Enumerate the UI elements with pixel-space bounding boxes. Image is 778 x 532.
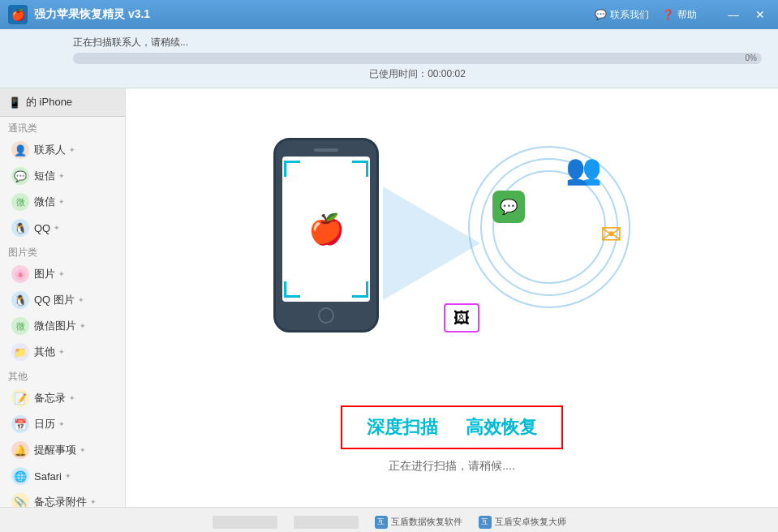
note-icon: 📝	[11, 389, 29, 407]
safari-icon: 🌐	[11, 467, 29, 485]
circle-target: 👥 💬 ✉	[468, 146, 630, 308]
sidebar-item-note[interactable]: 📝 备忘录✦	[0, 385, 125, 411]
wechat-icon: 微	[11, 193, 29, 211]
phone-shape: 🍎	[273, 138, 379, 332]
sidebar: 📱 的 iPhone 通讯类 👤 联系人✦ 💬 短信✦ 微 微信✦ 🐧 QQ✦ …	[0, 88, 126, 507]
wechat-bubble-icon: 💬	[492, 191, 525, 223]
ad-label-2: 互盾安卓恢复大师	[495, 516, 566, 528]
other-icon: 📁	[11, 343, 29, 361]
scan-corner-br	[352, 281, 368, 298]
qq-label: QQ	[34, 222, 50, 234]
minimize-btn[interactable]: —	[723, 6, 744, 23]
sidebar-item-contacts[interactable]: 👤 联系人✦	[0, 137, 125, 163]
section-photos: 图片类	[0, 241, 125, 261]
sidebar-item-calendar[interactable]: 📅 日历✦	[0, 411, 125, 437]
sms-label: 短信	[34, 169, 55, 183]
reminder-label: 提醒事项	[34, 443, 76, 457]
sms-icon: 💬	[11, 167, 29, 185]
deep-scan-box: 深度扫描 高效恢复	[341, 405, 563, 449]
photo-icon: 🌸	[11, 265, 29, 283]
sidebar-item-qqphoto[interactable]: 🐧 QQ 图片✦	[0, 287, 125, 313]
sidebar-item-other[interactable]: 📁 其他✦	[0, 339, 125, 365]
contact-us-btn[interactable]: 💬 联系我们	[595, 8, 649, 22]
progress-status: 正在扫描联系人，请稍续...	[73, 36, 762, 49]
scan-beam	[383, 187, 480, 300]
iphone-icon: 📱	[8, 97, 21, 109]
sidebar-item-reminder[interactable]: 🔔 提醒事项✦	[0, 437, 125, 463]
qq-icon: 🐧	[11, 219, 29, 237]
reminder-icon: 🔔	[11, 441, 29, 459]
other-label: 其他	[34, 345, 55, 359]
section-other: 其他	[0, 365, 125, 385]
sidebar-item-noteattach[interactable]: 📎 备忘录附件✦	[0, 489, 125, 507]
ad-placeholder-1	[213, 516, 277, 529]
scan-corner-bl	[284, 281, 300, 298]
progress-area: 正在扫描联系人，请稍续... 0% 已使用时间：00:00:02	[0, 29, 778, 88]
people-icon: 👥	[565, 152, 602, 187]
device-label: 📱 的 iPhone	[0, 88, 125, 117]
chat-icon: 💬	[595, 9, 607, 20]
ad-label-1: 互盾数据恢复软件	[391, 516, 462, 528]
qqphoto-icon: 🐧	[11, 291, 29, 309]
photo-label: 图片	[34, 267, 55, 281]
progress-percent: 0%	[746, 53, 757, 64]
calendar-label: 日历	[34, 417, 55, 431]
phone-speaker	[314, 148, 338, 152]
sidebar-item-wechat[interactable]: 微 微信✦	[0, 189, 125, 215]
title-actions: 💬 联系我们 ❓ 帮助 — ✕	[595, 6, 770, 23]
sidebar-item-photo[interactable]: 🌸 图片✦	[0, 261, 125, 287]
ad-bar: 互 互盾数据恢复软件 互 互盾安卓恢复大师	[0, 507, 778, 532]
ad-placeholder-2	[294, 516, 359, 529]
progress-time: 已使用时间：00:00:02	[73, 67, 762, 81]
deep-scan-label: 深度扫描	[367, 417, 438, 437]
scan-illustration: 🍎 👥 💬	[225, 122, 679, 397]
noteattach-label: 备忘录附件	[34, 495, 87, 507]
qqphoto-label: QQ 图片	[34, 293, 75, 307]
contacts-icon: 👤	[11, 141, 29, 159]
content-area: 🍎 👥 💬	[126, 88, 778, 507]
apple-logo-icon: 🍎	[308, 212, 345, 247]
sidebar-item-qq[interactable]: 🐧 QQ✦	[0, 215, 125, 241]
ad-item-data-recovery[interactable]: 互 互盾数据恢复软件	[375, 516, 462, 529]
title-bar: 🍎 强力苹果恢复精灵 v3.1 💬 联系我们 ❓ 帮助 — ✕	[0, 0, 778, 29]
phone-home-btn	[318, 307, 334, 324]
sidebar-item-sms[interactable]: 💬 短信✦	[0, 163, 125, 189]
scan-corner-tl	[284, 161, 300, 177]
calendar-icon: 📅	[11, 415, 29, 433]
noteattach-icon: 📎	[11, 493, 29, 507]
section-comms: 通讯类	[0, 117, 125, 137]
wechat-label: 微信	[34, 195, 55, 209]
ring-inner	[492, 170, 606, 284]
question-icon: ❓	[662, 9, 674, 20]
app-logo: 🍎	[8, 5, 28, 24]
image-recovery-icon: 🖼	[444, 303, 479, 332]
ad-logo-2: 互	[479, 516, 492, 529]
ad-item-android-recovery[interactable]: 互 互盾安卓恢复大师	[479, 516, 566, 529]
scan-corner-tr	[352, 161, 368, 177]
window-controls: — ✕	[723, 6, 770, 23]
close-btn[interactable]: ✕	[750, 6, 770, 23]
email-icon: ✉	[600, 219, 622, 250]
safari-label: Safari	[34, 470, 62, 483]
efficient-restore-label: 高效恢复	[466, 417, 537, 437]
help-btn[interactable]: ❓ 帮助	[662, 8, 697, 22]
sidebar-item-safari[interactable]: 🌐 Safari✦	[0, 463, 125, 489]
svg-text:🍎: 🍎	[11, 8, 26, 22]
app-title: 强力苹果恢复精灵 v3.1	[34, 7, 595, 22]
ad-logo-1: 互	[375, 516, 388, 529]
wechatphoto-icon: 微	[11, 317, 29, 335]
sidebar-item-wechatphoto[interactable]: 微 微信图片✦	[0, 313, 125, 339]
phone-screen: 🍎	[282, 157, 370, 302]
progress-bar: 0%	[73, 53, 762, 64]
note-label: 备忘录	[34, 391, 66, 405]
contacts-label: 联系人	[34, 143, 66, 157]
main-layout: 📱 的 iPhone 通讯类 👤 联系人✦ 💬 短信✦ 微 微信✦ 🐧 QQ✦ …	[0, 88, 778, 507]
scanning-status: 正在进行扫描，请稍候....	[389, 459, 515, 474]
wechatphoto-label: 微信图片	[34, 319, 76, 333]
